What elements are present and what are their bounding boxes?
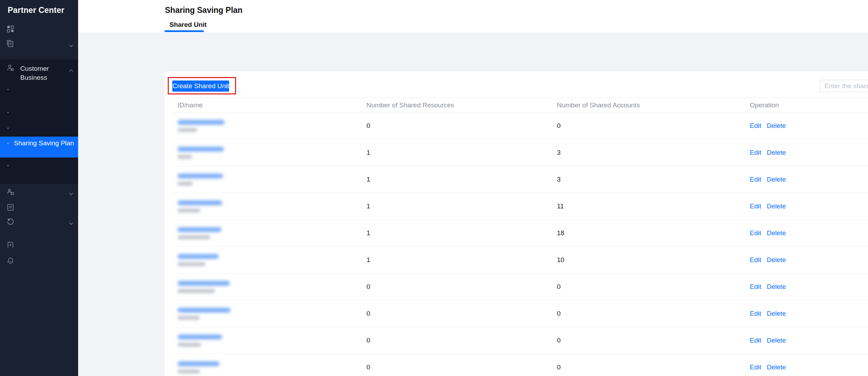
shared-accounts-count: 0 — [557, 337, 750, 344]
table-header-row: ID/name Number of Shared Resources Numbe… — [173, 98, 868, 113]
delete-link[interactable]: Delete — [767, 363, 786, 371]
id-card-icon — [7, 188, 16, 197]
edit-link[interactable]: Edit — [750, 310, 761, 317]
bullet-dot-icon — [7, 143, 9, 144]
bullet-dot-icon — [7, 112, 9, 113]
sidebar-item-redacted-7[interactable] — [0, 257, 78, 266]
shared-accounts-count: 3 — [557, 176, 750, 183]
shared-resources-count: 0 — [367, 310, 557, 317]
sidebar-item-redacted-2[interactable] — [0, 40, 78, 49]
shared-accounts-count: 11 — [557, 202, 750, 210]
create-shared-unit-button[interactable]: Create Shared Unit — [172, 80, 229, 92]
sidebar-item-redacted-6[interactable]: ¥ — [0, 241, 78, 250]
shared-unit-name-redacted — [178, 182, 193, 186]
shared-unit-name-redacted — [178, 235, 210, 239]
sidebar-item-redacted-3[interactable] — [0, 188, 78, 197]
delete-link[interactable]: Delete — [767, 256, 786, 264]
table-row: 1 10 EditDelete — [173, 247, 868, 274]
delete-link[interactable]: Delete — [767, 283, 786, 291]
shared-accounts-count: 0 — [557, 283, 750, 291]
shared-unit-id-link-redacted[interactable] — [178, 147, 224, 152]
column-header-shared-resources: Number of Shared Resources — [367, 101, 557, 109]
delete-link[interactable]: Delete — [767, 202, 786, 210]
shared-resources-count: 0 — [367, 363, 557, 371]
column-header-shared-accounts: Number of Shared Accounts — [557, 101, 750, 109]
sidebar-group-label: Customer Business — [20, 64, 69, 82]
shared-accounts-count: 0 — [557, 122, 750, 130]
shared-unit-id-link-redacted[interactable] — [178, 227, 221, 232]
shared-resources-count: 1 — [367, 149, 557, 156]
shared-unit-name-redacted — [178, 208, 201, 213]
brand-title: Partner Center — [8, 6, 65, 15]
sidebar-group-customer-business[interactable]: Customer Business — [0, 64, 78, 82]
shared-resources-count: 0 — [367, 122, 557, 130]
shared-resources-count: 1 — [367, 202, 557, 210]
table-row: 0 0 EditDelete — [173, 354, 868, 376]
edit-link[interactable]: Edit — [750, 122, 761, 130]
pages-icon — [7, 40, 16, 48]
shared-accounts-count: 3 — [557, 149, 750, 156]
tab-active-underline — [165, 30, 204, 32]
shared-unit-id-link-redacted[interactable] — [178, 174, 223, 178]
delete-link[interactable]: Delete — [767, 176, 786, 183]
chevron-down-icon — [69, 191, 75, 197]
column-header-operation: Operation — [750, 101, 868, 109]
shared-unit-id-link-redacted[interactable] — [178, 308, 231, 313]
delete-link[interactable]: Delete — [767, 122, 786, 130]
sidebar: Partner Center Customer Business — [0, 0, 78, 376]
shared-unit-id-link-redacted[interactable] — [178, 254, 219, 259]
shared-resources-count: 1 — [367, 229, 557, 237]
delete-link[interactable]: Delete — [767, 229, 786, 237]
chevron-up-icon — [69, 67, 75, 73]
bell-icon — [7, 257, 16, 266]
shared-unit-id-link-redacted[interactable] — [178, 361, 219, 366]
delete-link[interactable]: Delete — [767, 337, 786, 344]
document-icon — [7, 204, 16, 212]
shared-unit-id-link-redacted[interactable] — [178, 335, 222, 339]
partner-center-app: Partner Center Customer Business — [0, 0, 868, 376]
shared-resources-count: 1 — [367, 256, 557, 264]
shared-unit-name-redacted — [178, 369, 200, 374]
shared-unit-id-link-redacted[interactable] — [178, 120, 225, 125]
shared-accounts-count: 18 — [557, 229, 750, 237]
shared-unit-name-redacted — [178, 128, 197, 132]
edit-link[interactable]: Edit — [750, 229, 761, 237]
table-row: 1 3 EditDelete — [173, 139, 868, 166]
edit-link[interactable]: Edit — [750, 363, 761, 371]
invoice-icon: ¥ — [7, 241, 16, 250]
edit-link[interactable]: Edit — [750, 337, 761, 344]
bullet-dot-icon — [7, 128, 9, 129]
edit-link[interactable]: Edit — [750, 202, 761, 210]
sidebar-item-redacted-4[interactable] — [0, 204, 78, 212]
sidebar-item-redacted-5[interactable] — [0, 217, 78, 227]
table-row: 0 0 EditDelete — [173, 274, 868, 300]
tab-shared-unit[interactable]: Shared Unit — [169, 21, 207, 29]
shared-unit-id-link-redacted[interactable] — [178, 281, 230, 286]
table-row: 1 18 EditDelete — [173, 220, 868, 247]
edit-link[interactable]: Edit — [750, 256, 761, 264]
edit-link[interactable]: Edit — [750, 149, 761, 156]
delete-link[interactable]: Delete — [767, 149, 786, 156]
search-input[interactable] — [820, 82, 868, 90]
table-row: 0 0 EditDelete — [173, 113, 868, 139]
page-title: Sharing Saving Plan — [165, 6, 242, 15]
shared-accounts-count: 0 — [557, 310, 750, 317]
delete-link[interactable]: Delete — [767, 310, 786, 317]
table-row: 1 3 EditDelete — [173, 166, 868, 193]
chevron-down-icon — [69, 43, 75, 49]
restore-arrow-icon — [7, 218, 16, 226]
edit-link[interactable]: Edit — [750, 283, 761, 291]
shared-unit-id-link-redacted[interactable] — [178, 200, 222, 205]
bullet-dot-icon — [7, 165, 9, 166]
shared-resources-count: 1 — [367, 176, 557, 183]
shared-unit-table: ID/name Number of Shared Resources Numbe… — [173, 98, 868, 376]
person-icon — [7, 64, 16, 73]
page-header: Sharing Saving Plan Shared Unit — [78, 0, 868, 32]
search-box — [820, 80, 868, 92]
edit-link[interactable]: Edit — [750, 176, 761, 183]
sidebar-item-redacted-1[interactable] — [0, 25, 78, 34]
shared-resources-count: 0 — [367, 283, 557, 291]
shared-unit-name-redacted — [178, 155, 192, 159]
grid-icon — [7, 25, 16, 34]
sidebar-item-sharing-saving-plan[interactable]: Sharing Saving Plan — [0, 137, 78, 158]
